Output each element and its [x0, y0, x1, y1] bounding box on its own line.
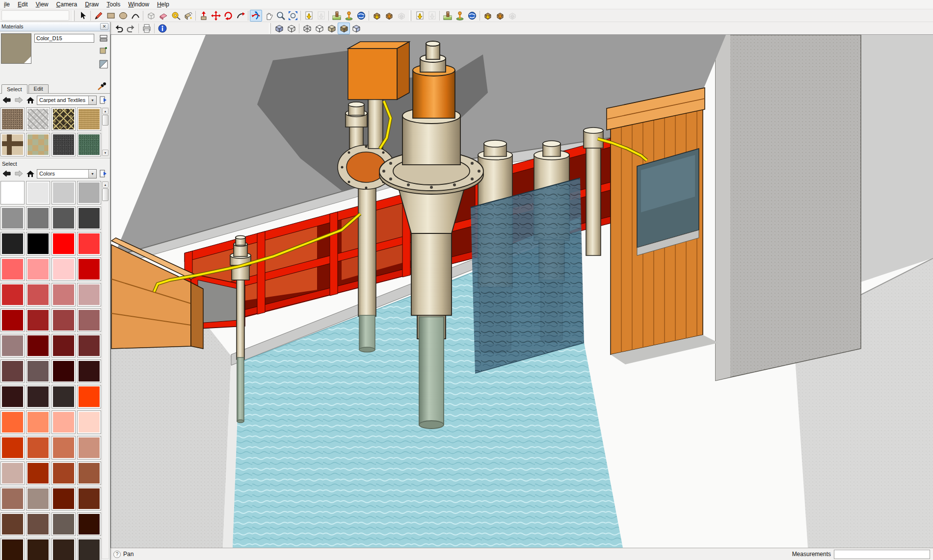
color-swatch-FF6933[interactable] — [0, 410, 25, 434]
viewport-3d[interactable] — [110, 35, 933, 548]
next-view-button[interactable] — [315, 10, 327, 22]
color-swatch-6D1616[interactable] — [52, 334, 76, 357]
arc-button[interactable] — [129, 10, 141, 22]
color-swatch-212121[interactable] — [0, 232, 25, 255]
scroll-up-icon[interactable]: ▲ — [102, 108, 108, 114]
color-swatch-FF8F66[interactable] — [26, 410, 50, 434]
line-button[interactable] — [92, 10, 105, 22]
share-component-button[interactable] — [506, 10, 518, 22]
color-swatch-3C3C3C[interactable] — [77, 206, 101, 230]
color-swatch-331C0E[interactable] — [26, 538, 50, 560]
color-swatch-FF4000[interactable] — [77, 385, 101, 408]
details-arrow-icon[interactable] — [98, 95, 108, 105]
color-swatch-6A4D41[interactable] — [26, 512, 50, 536]
color-swatch-CC5429[interactable] — [26, 436, 50, 459]
color-swatch-A22A00[interactable] — [26, 461, 50, 485]
texture-swatch-carpet-speckled-brown[interactable] — [0, 107, 25, 131]
color-swatch-FF0000[interactable] — [52, 232, 76, 255]
toolbar-grip[interactable] — [269, 23, 271, 34]
color-swatch-000000[interactable] — [26, 232, 50, 255]
color-swatch-A34320[interactable] — [52, 461, 76, 485]
color-swatch-767676[interactable] — [26, 206, 50, 230]
rotate-button[interactable] — [222, 10, 234, 22]
color-swatch-FF6666[interactable] — [0, 257, 25, 281]
color-swatch-CC7352[interactable] — [52, 436, 76, 459]
color-swatch-331010[interactable] — [77, 359, 101, 383]
sample-paint-eyedropper-icon[interactable] — [97, 82, 107, 92]
print-button[interactable] — [140, 23, 153, 34]
forward-arrow-icon[interactable] — [13, 95, 24, 105]
color-swatch-A08D83[interactable] — [26, 487, 50, 510]
material-name-field[interactable] — [34, 34, 94, 43]
menu-item-edit[interactable]: Edit — [14, 0, 32, 9]
color-swatch-340E00[interactable] — [77, 512, 101, 536]
shaded-button[interactable] — [325, 23, 338, 34]
model-info-button[interactable] — [156, 23, 168, 34]
measurements-input[interactable] — [834, 550, 930, 559]
color-swatch-6C2929[interactable] — [77, 334, 101, 357]
scrollbar-thumb[interactable] — [102, 188, 108, 201]
color-swatch-9A4040[interactable] — [52, 308, 76, 332]
color-swatch-CC7A7A[interactable] — [52, 283, 76, 306]
color-swatch-CCAFA6[interactable] — [0, 461, 25, 485]
back-edges-button[interactable] — [285, 23, 297, 34]
zoom-button[interactable] — [274, 10, 287, 22]
home-icon[interactable] — [25, 169, 36, 178]
push-pull-button[interactable] — [197, 10, 210, 22]
undo-button[interactable] — [112, 23, 125, 34]
select-button[interactable] — [77, 10, 89, 22]
color-swatch-332A24[interactable] — [77, 538, 101, 560]
texture-swatch-tile-cross-brown[interactable] — [0, 133, 25, 156]
follow-me-button[interactable] — [234, 10, 246, 22]
share-model-button[interactable] — [494, 10, 506, 22]
hidden-line-button[interactable] — [313, 23, 325, 34]
google-earth-button[interactable] — [466, 10, 478, 22]
make-component-button[interactable] — [145, 10, 157, 22]
texture-swatch-carpet-dark-gray[interactable] — [52, 133, 76, 156]
color-swatch-6D1A00[interactable] — [52, 487, 76, 510]
chevron-down-icon[interactable]: ▼ — [88, 170, 96, 178]
texture-scrollbar[interactable]: ▲ ▼ — [102, 107, 109, 156]
get-current-view-button[interactable] — [441, 10, 453, 22]
color-swatch-FF3333[interactable] — [77, 232, 101, 255]
color-swatch-6A5656[interactable] — [26, 359, 50, 383]
share-model-button[interactable] — [383, 10, 395, 22]
wireframe-button[interactable] — [301, 23, 313, 34]
tape-measure-button[interactable] — [169, 10, 182, 22]
color-swatch-A30000[interactable] — [0, 308, 25, 332]
get-models-button[interactable] — [481, 10, 494, 22]
menu-item-window[interactable]: Window — [124, 0, 153, 9]
color-swatch-685C55[interactable] — [52, 512, 76, 536]
menu-item-camera[interactable]: Camera — [53, 0, 81, 9]
create-material-icon[interactable] — [99, 46, 108, 54]
scroll-up-icon[interactable]: ▲ — [102, 181, 108, 188]
color-swatch-332218[interactable] — [52, 538, 76, 560]
texture-swatch-carpet-gray-diamond[interactable] — [26, 107, 50, 131]
texture-swatch-carpet-argyle-dark[interactable] — [52, 107, 76, 131]
color-swatch-909090[interactable] — [0, 206, 25, 230]
color-swatch-9A6060[interactable] — [77, 308, 101, 332]
color-swatch-370303[interactable] — [52, 359, 76, 383]
secondary-pane-icon[interactable] — [99, 34, 108, 43]
color-swatch-6A2A12[interactable] — [77, 487, 101, 510]
paint-bucket-button[interactable] — [182, 10, 194, 22]
toolbar-grip[interactable] — [409, 10, 411, 21]
color-swatch-CC917C[interactable] — [77, 436, 101, 459]
shaded-with-textures-button[interactable] — [338, 23, 350, 34]
tab-select[interactable]: Select — [1, 84, 27, 94]
toggle-terrain-button[interactable] — [453, 10, 466, 22]
color-swatch-9A5638[interactable] — [77, 461, 101, 485]
color-swatch-FFD4C6[interactable] — [77, 410, 101, 434]
status-help-icon[interactable]: ? — [113, 551, 121, 558]
color-swatch-332A28[interactable] — [52, 385, 76, 408]
color-swatch-331505[interactable] — [0, 538, 25, 560]
details-arrow-icon[interactable] — [98, 169, 108, 178]
texture-swatch-carpet-tan-weave[interactable] — [77, 107, 101, 131]
color-swatch-9C6D5C[interactable] — [0, 487, 25, 510]
color-swatch-FFFFFF[interactable] — [0, 181, 25, 204]
menu-item-tools[interactable]: Tools — [103, 0, 124, 9]
scrollbar-thumb[interactable] — [102, 115, 108, 126]
materials-title-bar[interactable]: Materials ✕ — [0, 22, 110, 31]
color-swatch-CC5252[interactable] — [26, 283, 50, 306]
menu-item-draw[interactable]: Draw — [81, 0, 103, 9]
